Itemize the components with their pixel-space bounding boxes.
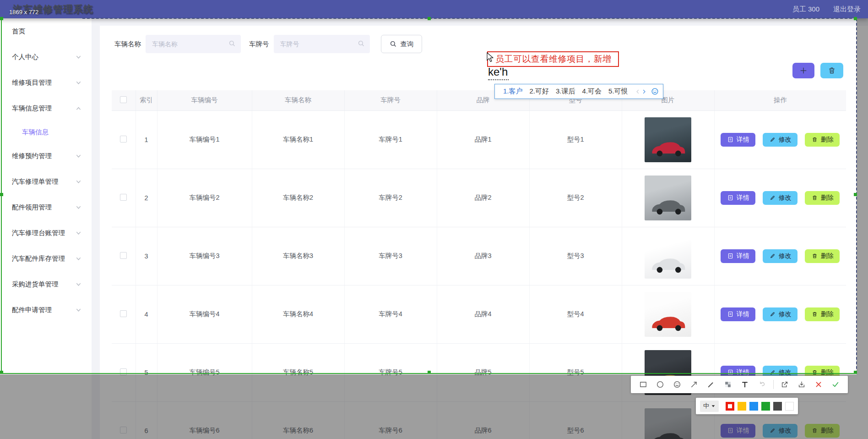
search-icon [357, 39, 365, 49]
vehicle-name-input[interactable] [146, 35, 241, 53]
row-checkbox[interactable] [120, 310, 127, 317]
ime-candidate[interactable]: 1.客户 [503, 87, 523, 96]
pen-tool-icon[interactable] [705, 379, 717, 390]
delete-button[interactable]: 删除 [805, 191, 840, 205]
add-vehicle-button[interactable] [792, 63, 814, 78]
sidebar-item-label: 汽车修理台账管理 [12, 229, 65, 237]
ellipse-tool-icon[interactable] [654, 379, 666, 390]
sidebar-item-repair-project-mgmt[interactable]: 维修项目管理 [0, 70, 92, 95]
detail-button[interactable]: 详情 [721, 191, 755, 205]
arrow-tool-icon[interactable] [688, 379, 700, 390]
delete-button[interactable]: 删除 [805, 249, 840, 263]
sidebar-item-label: 配件领用管理 [12, 203, 52, 212]
ime-emoji-icon[interactable] [651, 87, 659, 96]
delete-button[interactable]: 删除 [805, 133, 840, 147]
selection-handle[interactable] [428, 17, 431, 20]
sidebar-item-parts-inventory-mgmt[interactable]: 汽车配件库存管理 [0, 246, 92, 271]
vehicle-image-cell [622, 110, 714, 169]
sidebar-item-parts-requisition-mgmt[interactable]: 配件领用管理 [0, 194, 92, 220]
selection-handle[interactable] [0, 371, 3, 374]
vehicle-image-cell [622, 227, 714, 285]
vehicle-photo [645, 292, 691, 337]
sidebar-item-vehicle-info-mgmt[interactable]: 车辆信息管理 [0, 95, 92, 121]
ime-candidate[interactable]: 5.可恨 [608, 87, 628, 96]
sidebar-subitem-vehicle-info[interactable]: 车辆信息 [0, 121, 92, 143]
vehicle-name-cell: 车辆名称3 [252, 227, 344, 285]
detail-button[interactable]: 详情 [721, 307, 755, 321]
vehicle-name-cell: 车辆名称4 [252, 285, 344, 343]
emoji-tool-icon[interactable] [671, 379, 683, 390]
selection-border-top[interactable] [82, 18, 857, 19]
chevron-down-icon [76, 307, 81, 313]
text-tool-icon[interactable] [739, 379, 751, 390]
edit-button[interactable]: 修改 [763, 133, 797, 147]
vehicle-photo [645, 234, 691, 279]
select-all-cell [112, 90, 136, 110]
table-row: 3车辆编号3车辆名称3车牌号3品牌3型号3详情修改删除 [112, 227, 846, 285]
annotation-note-text: 员工可以查看维修项目，新增 [495, 53, 612, 65]
chevron-down-icon [76, 281, 81, 287]
vehicle-photo [645, 117, 691, 162]
color-swatch[interactable] [749, 402, 758, 411]
logout-link[interactable]: 退出登录 [833, 5, 861, 14]
selection-handle[interactable] [854, 17, 857, 20]
confirm-icon[interactable] [830, 379, 841, 390]
row-checkbox[interactable] [120, 194, 127, 201]
plate-number-input[interactable] [274, 35, 370, 53]
color-swatch[interactable] [761, 402, 770, 411]
share-icon[interactable] [779, 379, 791, 390]
ime-candidate[interactable]: 4.可会 [582, 87, 602, 96]
vehicle-image-cell [622, 285, 714, 343]
model-cell: 型号4 [529, 285, 622, 343]
selection-handle[interactable] [854, 193, 857, 196]
detail-button[interactable]: 详情 [721, 133, 755, 147]
color-swatch[interactable] [785, 402, 794, 411]
toolbar-separator [773, 380, 774, 389]
select-all-checkbox[interactable] [120, 96, 127, 103]
mosaic-tool-icon[interactable] [722, 379, 734, 390]
query-button[interactable]: 查询 [381, 35, 422, 53]
row-checkbox[interactable] [120, 252, 127, 259]
sidebar-item-label: 车辆信息管理 [12, 104, 52, 113]
ime-next-page-icon[interactable] [641, 89, 647, 94]
color-swatch-selected[interactable] [726, 402, 734, 411]
rect-tool-icon[interactable] [637, 379, 649, 390]
selection-handle[interactable] [0, 17, 3, 20]
color-swatch[interactable] [773, 402, 782, 411]
selection-handle[interactable] [854, 371, 857, 374]
sidebar-item-purchase-order-mgmt[interactable]: 采购进货单管理 [0, 271, 92, 297]
selection-handle[interactable] [0, 193, 3, 196]
row-checkbox[interactable] [120, 136, 127, 143]
edit-icon [769, 252, 776, 259]
sidebar-item-parts-application-mgmt[interactable]: 配件申请管理 [0, 297, 92, 323]
detail-button[interactable]: 详情 [721, 249, 755, 263]
delete-button[interactable]: 删除 [805, 307, 840, 321]
sidebar-item-label: 个人中心 [12, 53, 38, 61]
brand-cell: 品牌1 [437, 110, 529, 169]
ime-candidate[interactable]: 2.可好 [530, 87, 549, 96]
edit-button[interactable]: 修改 [763, 191, 797, 205]
selection-handle[interactable] [428, 371, 431, 374]
sidebar-item-home[interactable]: 首页 [0, 18, 92, 44]
cancel-icon[interactable] [813, 379, 825, 390]
action-label: 修改 [779, 136, 792, 144]
font-size-dropdown[interactable]: 中 [700, 401, 719, 412]
header-right: 员工 300 退出登录 [792, 5, 861, 14]
column-header-0: 索引 [136, 90, 157, 110]
sidebar-item-label: 配件申请管理 [12, 306, 52, 314]
action-label: 详情 [737, 310, 749, 318]
color-swatch[interactable] [738, 402, 746, 411]
download-icon[interactable] [796, 379, 808, 390]
edit-button[interactable]: 修改 [763, 249, 797, 263]
ime-prev-page-icon[interactable] [635, 89, 640, 94]
action-label: 详情 [737, 252, 749, 260]
mouse-cursor-icon [486, 52, 496, 64]
action-label: 删除 [821, 194, 834, 202]
edit-button[interactable]: 修改 [763, 307, 797, 321]
sidebar-item-repair-booking-mgmt[interactable]: 维修预约管理 [0, 143, 92, 169]
batch-delete-button[interactable] [820, 63, 843, 78]
ime-candidate[interactable]: 3.课后 [556, 87, 575, 96]
sidebar-item-personal-center[interactable]: 个人中心 [0, 44, 92, 70]
sidebar-item-repair-ledger-mgmt[interactable]: 汽车修理台账管理 [0, 220, 92, 246]
sidebar-item-repair-order-mgmt[interactable]: 汽车修理单管理 [0, 169, 92, 194]
